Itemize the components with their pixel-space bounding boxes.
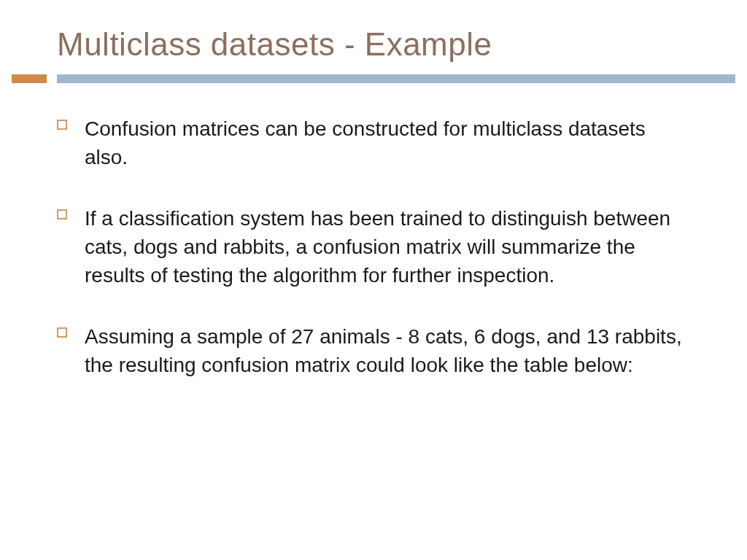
bullet-marker-icon	[57, 209, 67, 219]
bullet-text: If a classification system has been trai…	[85, 205, 690, 289]
divider-bar	[57, 74, 735, 83]
bullet-item: If a classification system has been trai…	[85, 205, 690, 289]
bullet-text: Assuming a sample of 27 animals - 8 cats…	[85, 323, 690, 379]
accent-block	[12, 74, 47, 83]
slide-content: Confusion matrices can be constructed fo…	[0, 83, 747, 379]
bullet-marker-icon	[57, 327, 67, 338]
slide: Multiclass datasets - Example Confusion …	[0, 0, 747, 560]
bullet-text: Confusion matrices can be constructed fo…	[85, 115, 690, 171]
slide-title: Multiclass datasets - Example	[0, 0, 747, 74]
bullet-marker-icon	[57, 120, 67, 130]
bullet-item: Confusion matrices can be constructed fo…	[85, 115, 690, 171]
bullet-item: Assuming a sample of 27 animals - 8 cats…	[85, 323, 690, 379]
divider	[0, 74, 747, 83]
